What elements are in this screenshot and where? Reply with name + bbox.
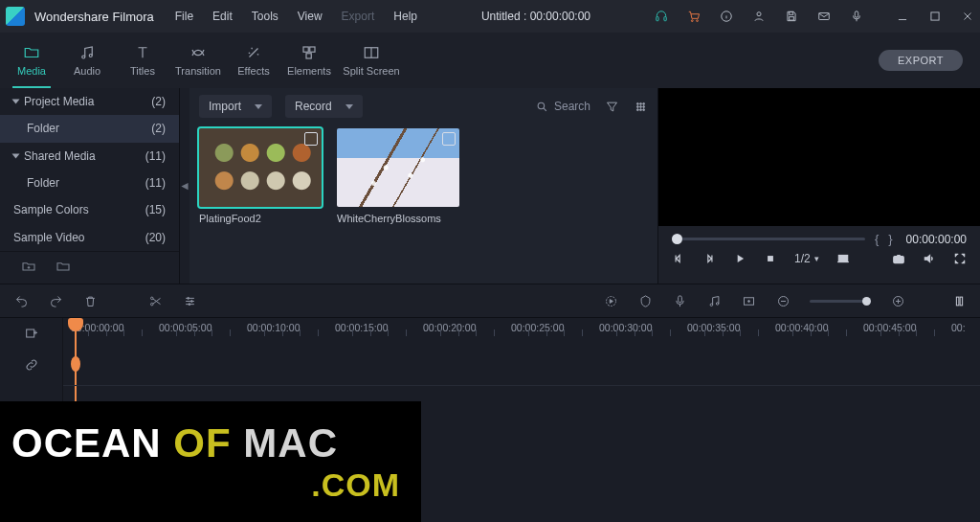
- import-dropdown[interactable]: Import: [199, 95, 272, 118]
- menu-tools[interactable]: Tools: [252, 10, 278, 23]
- fullscreen-icon[interactable]: [953, 252, 967, 265]
- record-dropdown[interactable]: Record: [285, 95, 363, 118]
- preview-viewport[interactable]: [658, 88, 980, 226]
- svg-point-46: [190, 300, 192, 302]
- thumb-whitecherryblossoms[interactable]: WhiteCherryBlossoms: [337, 128, 459, 224]
- play-controls: 1/2▾: [672, 252, 967, 265]
- step-back-icon[interactable]: [672, 252, 685, 265]
- step-fwd-icon[interactable]: [702, 252, 716, 265]
- timeline-ruler[interactable]: 00:00:00:0000:00:05:0000:00:10:0000:00:1…: [63, 318, 980, 341]
- search-icon: [536, 101, 548, 113]
- side-count: (2): [151, 95, 166, 108]
- tab-effects[interactable]: Effects: [226, 33, 281, 88]
- tab-elements[interactable]: Elements: [281, 33, 337, 88]
- main-row: Project Media (2) Folder (2) Shared Medi…: [0, 88, 980, 284]
- save-icon[interactable]: [785, 10, 798, 23]
- quality-icon[interactable]: [836, 252, 850, 265]
- side-folder-shared[interactable]: Folder (11): [0, 170, 179, 196]
- svg-rect-18: [303, 47, 308, 52]
- volume-icon[interactable]: [923, 252, 936, 265]
- menu-view[interactable]: View: [298, 10, 323, 23]
- mark-out[interactable]: }: [888, 232, 892, 246]
- split-icon[interactable]: [147, 293, 163, 308]
- new-folder-icon[interactable]: [21, 259, 36, 277]
- link-icon[interactable]: [24, 357, 39, 375]
- svg-point-16: [82, 56, 85, 58]
- frame-icon[interactable]: [741, 293, 756, 308]
- close-icon[interactable]: [961, 10, 974, 23]
- playback-bar: { } 00:00:00:00 1/2▾: [658, 226, 980, 284]
- splitscreen-icon: [363, 44, 380, 61]
- search-box[interactable]: Search: [536, 100, 590, 113]
- side-project-media[interactable]: Project Media (2): [0, 88, 179, 115]
- cart-icon[interactable]: [687, 10, 701, 23]
- tab-splitscreen[interactable]: Split Screen: [337, 33, 406, 88]
- zoom-in-icon[interactable]: [890, 293, 905, 308]
- zoom-out-icon[interactable]: [775, 293, 791, 308]
- info-icon[interactable]: [720, 10, 733, 23]
- meter-icon[interactable]: [951, 293, 967, 308]
- svg-rect-11: [855, 11, 858, 17]
- mail-icon[interactable]: [817, 10, 831, 23]
- side-count: (11): [145, 149, 166, 163]
- voiceover-icon[interactable]: [672, 293, 687, 308]
- document-title: Untitled : 00:00:00:00: [421, 10, 651, 23]
- timecode: 00:00:00:00: [906, 233, 967, 246]
- filter-icon[interactable]: [604, 99, 619, 114]
- maximize-icon[interactable]: [928, 10, 942, 23]
- tab-audio[interactable]: Audio: [59, 33, 115, 88]
- sidebar-bottom: [0, 251, 179, 284]
- chevron-down-icon: [12, 100, 20, 104]
- svg-rect-0: [657, 17, 658, 21]
- effects-icon: [245, 44, 262, 61]
- tab-titles[interactable]: Titles: [115, 33, 170, 88]
- menu-export[interactable]: Export: [342, 10, 375, 23]
- mic-icon[interactable]: [850, 10, 863, 23]
- add-track-icon[interactable]: [24, 326, 39, 344]
- folder-icon[interactable]: [56, 259, 71, 277]
- menu-help[interactable]: Help: [393, 10, 417, 23]
- delete-icon[interactable]: [82, 293, 98, 308]
- mark-in[interactable]: {: [875, 232, 879, 246]
- menu-edit[interactable]: Edit: [212, 10, 233, 23]
- camera-icon[interactable]: [892, 252, 905, 265]
- marker-icon[interactable]: [637, 293, 653, 308]
- zoom-select[interactable]: 1/2▾: [794, 252, 819, 265]
- side-shared-media[interactable]: Shared Media (11): [0, 143, 179, 170]
- user-icon[interactable]: [752, 10, 766, 23]
- side-label: Sample Video: [13, 231, 85, 244]
- redo-icon[interactable]: [48, 293, 63, 308]
- thumb-marker-icon: [304, 132, 318, 146]
- ruler-tick: 00:00:30:00: [599, 322, 652, 333]
- side-count: (15): [145, 203, 166, 216]
- side-sample-video[interactable]: Sample Video (20): [0, 224, 179, 251]
- chevron-down-icon: [12, 153, 20, 158]
- svg-point-35: [642, 108, 644, 110]
- media-controls: Import Record Search: [189, 88, 657, 125]
- undo-icon[interactable]: [13, 293, 29, 308]
- svg-point-30: [636, 105, 638, 107]
- side-folder-project[interactable]: Folder (2): [0, 115, 179, 142]
- watermark-line1: OCEAN OF MAC: [11, 420, 421, 466]
- wm-word3: MAC: [243, 420, 338, 465]
- minimize-icon[interactable]: [896, 10, 909, 23]
- svg-point-41: [150, 303, 153, 306]
- side-sample-colors[interactable]: Sample Colors (15): [0, 196, 179, 223]
- svg-point-33: [636, 108, 638, 110]
- adjust-icon[interactable]: [182, 293, 197, 308]
- menu-file[interactable]: File: [175, 10, 193, 23]
- tab-media[interactable]: Media: [4, 33, 59, 88]
- track-audio-icon[interactable]: [706, 293, 722, 308]
- collapse-sidebar[interactable]: ◄: [180, 88, 189, 284]
- tab-transition[interactable]: Transition: [170, 33, 226, 88]
- scrub-track[interactable]: [672, 238, 865, 240]
- export-button[interactable]: EXPORT: [879, 50, 963, 71]
- thumb-marker-icon: [442, 132, 456, 146]
- grid-icon[interactable]: [633, 99, 648, 114]
- play-icon[interactable]: [733, 252, 746, 265]
- thumb-platingfood2[interactable]: PlatingFood2: [199, 128, 322, 224]
- render-icon[interactable]: [603, 293, 618, 308]
- stop-icon[interactable]: [764, 252, 777, 265]
- zoom-slider[interactable]: [810, 300, 871, 303]
- headset-icon[interactable]: [655, 10, 668, 23]
